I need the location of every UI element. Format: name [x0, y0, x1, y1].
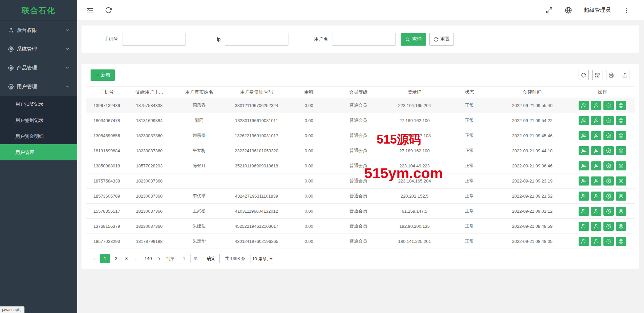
chevron-down-icon	[65, 47, 70, 51]
cell-phone: 13850988018	[86, 158, 127, 173]
export-button[interactable]	[620, 70, 630, 80]
yen-icon	[619, 224, 624, 229]
subordinates-button[interactable]	[579, 116, 589, 125]
user-icon	[594, 239, 599, 244]
page-number-button[interactable]: 140	[143, 254, 153, 263]
chevron-down-icon	[65, 47, 70, 51]
table-refresh-button[interactable]	[579, 70, 589, 80]
user-settings-button[interactable]	[603, 237, 614, 246]
language-globe-icon[interactable]	[565, 7, 572, 14]
sidebar-menu-item[interactable]: 系统管理	[0, 40, 77, 58]
edit-user-button[interactable]	[591, 176, 601, 186]
goto-page-input[interactable]	[178, 254, 191, 263]
user-settings-button[interactable]	[603, 116, 614, 125]
user-settings-button[interactable]	[603, 222, 614, 231]
edit-user-button[interactable]	[591, 161, 601, 170]
subordinates-button[interactable]	[579, 131, 589, 140]
sidebar-submenu-item[interactable]: 用户资金明细	[0, 128, 77, 144]
subordinates-button[interactable]	[579, 237, 589, 246]
user-settings-button[interactable]	[603, 192, 614, 201]
adjust-balance-button[interactable]	[616, 207, 626, 216]
subordinates-button[interactable]	[579, 222, 589, 231]
sidebar-submenu-item[interactable]: 用户管理	[0, 144, 77, 160]
adjust-balance-button[interactable]	[616, 116, 626, 125]
subordinates-button[interactable]	[579, 192, 589, 201]
column-filter-button[interactable]	[592, 70, 602, 80]
cell-created-at: 2022-09-21 09:44:10	[494, 143, 570, 158]
cell-actions	[571, 143, 635, 158]
next-page-button[interactable]	[156, 254, 163, 263]
cell-phone: 13084590856	[86, 128, 127, 143]
username-search-input[interactable]	[332, 33, 396, 46]
sidebar-submenu-item[interactable]: 用户抽奖记录	[0, 96, 77, 112]
user-settings-button[interactable]	[603, 101, 614, 110]
users-icon	[581, 224, 586, 229]
goto-confirm-button[interactable]: 确定	[203, 254, 220, 263]
adjust-balance-button[interactable]	[616, 101, 626, 110]
cell-id-card: 452522194612103617	[227, 219, 285, 234]
sidebar-menu-item[interactable]: 用户管理	[0, 77, 77, 96]
page-number-button[interactable]: 3	[122, 254, 130, 263]
user-settings-button[interactable]	[603, 131, 614, 140]
user-settings-button[interactable]	[603, 176, 614, 186]
fullscreen-icon[interactable]	[546, 7, 553, 14]
edit-user-button[interactable]	[591, 146, 601, 155]
user-settings-button[interactable]	[603, 161, 614, 170]
cell-phone: 18577028293	[86, 234, 127, 249]
phone-field-label: 手机号	[104, 36, 118, 42]
ip-search-input[interactable]	[225, 33, 288, 46]
cell-real-name: 朱建住	[171, 219, 228, 234]
edit-user-button[interactable]	[591, 101, 601, 110]
user-settings-button[interactable]	[603, 146, 614, 155]
sidebar-submenu-item[interactable]: 用户签到记录	[0, 112, 77, 128]
adjust-balance-button[interactable]	[616, 222, 626, 231]
reset-button[interactable]: 重置	[429, 33, 454, 46]
refresh-page-icon[interactable]	[105, 7, 112, 14]
phone-search-input[interactable]	[122, 33, 186, 46]
gear-icon	[606, 194, 611, 199]
edit-user-button[interactable]	[591, 222, 601, 231]
table-row: 1396713243618757584338周凤香330121196706252…	[86, 98, 635, 113]
edit-user-button[interactable]	[591, 131, 601, 140]
adjust-balance-button[interactable]	[616, 131, 626, 140]
subordinates-button[interactable]	[579, 176, 589, 186]
sidebar-menu-label: 产品管理	[17, 65, 37, 71]
user-icon	[8, 28, 14, 33]
add-user-button[interactable]: 新增	[91, 69, 115, 81]
sidebar-submenu: 用户抽奖记录用户签到记录用户资金明细用户管理	[0, 96, 77, 160]
edit-user-button[interactable]	[591, 237, 601, 246]
subordinates-button[interactable]	[579, 161, 589, 170]
subordinates-button[interactable]	[579, 146, 589, 155]
edit-user-button[interactable]	[591, 116, 601, 125]
yen-icon	[619, 209, 624, 214]
cell-created-at: 2022-09-21 09:55:40	[494, 98, 570, 113]
user-icon	[594, 209, 599, 214]
collapse-sidebar-icon[interactable]	[87, 7, 94, 14]
per-page-select[interactable]: 10 条/页	[251, 254, 274, 263]
current-user[interactable]: 超级管理员	[584, 7, 611, 14]
adjust-balance-button[interactable]	[616, 176, 626, 186]
user-settings-button[interactable]	[603, 207, 614, 216]
edit-user-button[interactable]	[591, 207, 601, 216]
page-number-button[interactable]: 1	[100, 254, 110, 263]
cell-actions	[571, 128, 635, 143]
sidebar-menu-item[interactable]: 后台权限	[0, 21, 77, 40]
sidebar-menu-item[interactable]: 产品管理	[0, 58, 77, 77]
adjust-balance-button[interactable]	[616, 192, 626, 201]
adjust-balance-button[interactable]	[616, 161, 626, 170]
subordinates-button[interactable]	[579, 207, 589, 216]
more-menu-icon[interactable]	[623, 7, 630, 14]
subordinates-button[interactable]	[579, 101, 589, 110]
adjust-balance-button[interactable]	[616, 146, 626, 155]
gear-icon	[606, 163, 611, 168]
cell-parent-phone: 18230037360	[127, 189, 171, 204]
print-button[interactable]	[606, 70, 616, 80]
edit-user-button[interactable]	[591, 192, 601, 201]
search-panel: 手机号 ip 用户名 查询 重置	[82, 25, 639, 53]
query-button[interactable]: 查询	[401, 33, 426, 46]
cell-login-ip: 223.104.165.204	[384, 98, 445, 113]
plus-icon	[95, 73, 99, 77]
prev-page-button[interactable]	[91, 254, 98, 263]
adjust-balance-button[interactable]	[616, 237, 626, 246]
page-number-button[interactable]: 2	[112, 254, 120, 263]
